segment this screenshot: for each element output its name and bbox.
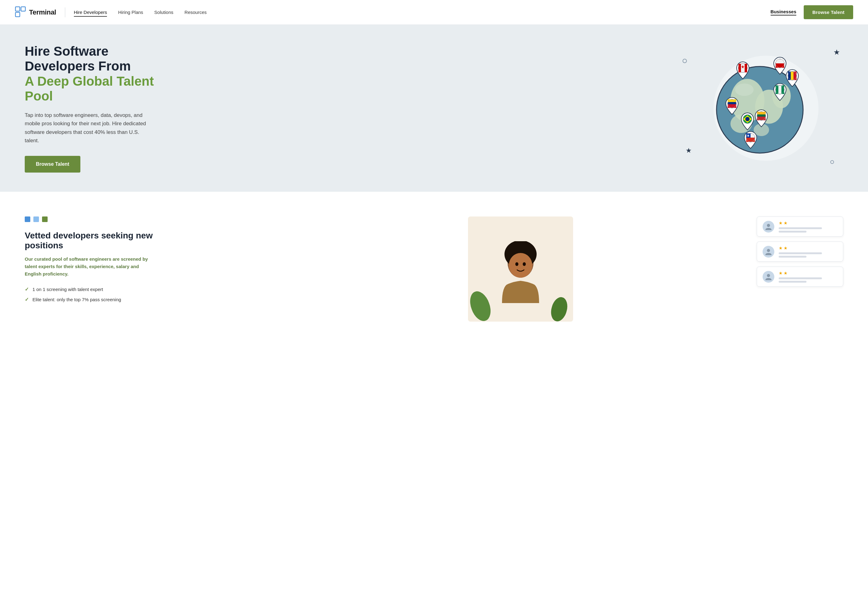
- star-4: ★: [784, 246, 788, 250]
- svg-rect-41: [757, 114, 766, 117]
- svg-point-57: [767, 274, 770, 277]
- vetted-developers-section: Vetted developers seeking new positions …: [0, 192, 868, 346]
- nav-divider: [65, 7, 65, 17]
- line-4: [779, 256, 806, 258]
- dot-3: [42, 216, 47, 222]
- profile-lines-3: [779, 277, 837, 283]
- star-5: ★: [779, 271, 783, 275]
- logo[interactable]: Terminal: [15, 6, 56, 19]
- svg-rect-46: [746, 138, 755, 142]
- profile-card-2: ★ ★: [757, 241, 843, 262]
- leaf-decoration-right: [548, 295, 570, 322]
- hero-section: Hire Software Developers From A Deep Glo…: [0, 25, 868, 192]
- hero-title-line1: Hire Software Developers From: [25, 44, 131, 73]
- svg-point-55: [767, 224, 770, 227]
- star-1: ★: [779, 221, 783, 225]
- nav-link-resources[interactable]: Resources: [185, 10, 207, 16]
- line-1: [779, 227, 822, 229]
- svg-point-54: [523, 262, 526, 266]
- line-5: [779, 277, 822, 279]
- hero-subtitle: Tap into top software engineers, data, d…: [25, 111, 155, 145]
- card-1-info: ★ ★: [779, 221, 837, 232]
- line-3: [779, 252, 822, 254]
- profile-lines-2: [779, 252, 837, 258]
- svg-rect-2: [15, 12, 20, 17]
- svg-rect-16: [776, 59, 784, 64]
- star-6: ★: [784, 271, 788, 275]
- avatar-3: [763, 271, 774, 283]
- stars-1: ★ ★: [779, 221, 837, 225]
- nav-link-hire-developers[interactable]: Hire Developers: [74, 10, 107, 17]
- profile-card-1: ★ ★: [757, 216, 843, 237]
- svg-rect-13: [745, 64, 747, 73]
- hero-title: Hire Software Developers From A Deep Glo…: [25, 44, 173, 104]
- navigation: Terminal Hire Developers Hiring Plans So…: [0, 0, 868, 25]
- feature-text-2: Elite talent: only the top 7% pass scree…: [32, 297, 121, 302]
- dot-2: [33, 216, 39, 222]
- dot-1: [25, 216, 30, 222]
- hero-title-accent: A Deep Global Talent Pool: [25, 74, 154, 103]
- svg-rect-42: [757, 117, 766, 120]
- svg-rect-17: [776, 64, 784, 68]
- logo-text: Terminal: [29, 8, 56, 16]
- feature-text-1: 1 on 1 screening with talent expert: [32, 287, 103, 292]
- nav-link-solutions[interactable]: Solutions: [154, 10, 173, 16]
- line-6: [779, 281, 806, 283]
- svg-rect-12: [738, 64, 741, 73]
- nav-link-hiring-plans[interactable]: Hiring Plans: [118, 10, 143, 16]
- star-3: ★: [779, 246, 783, 250]
- nav-item-hire-developers[interactable]: Hire Developers: [74, 10, 107, 15]
- hero-browse-talent-button[interactable]: Browse Talent: [25, 156, 80, 173]
- person-photo: [468, 216, 573, 322]
- star-2: ★: [784, 221, 788, 225]
- decorative-dots: [25, 216, 173, 222]
- hero-visual: ★ ★: [682, 43, 843, 173]
- section2-heading: Vetted developers seeking new positions: [25, 231, 173, 250]
- svg-rect-0: [15, 7, 20, 11]
- svg-point-52: [509, 253, 532, 278]
- star-decoration-2: ★: [686, 147, 692, 155]
- nav-item-solutions[interactable]: Solutions: [154, 10, 173, 15]
- nav-links: Hire Developers Hiring Plans Solutions R…: [74, 10, 771, 15]
- check-icon-2: ✓: [25, 297, 29, 302]
- stars-2: ★ ★: [779, 246, 837, 250]
- globe-svg: [707, 53, 812, 158]
- section2-feature-list: ✓ 1 on 1 screening with talent expert ✓ …: [25, 286, 173, 302]
- profile-lines-1: [779, 227, 837, 232]
- svg-rect-22: [794, 71, 797, 80]
- stars-3: ★ ★: [779, 271, 837, 275]
- check-icon-1: ✓: [25, 286, 29, 292]
- nav-right: Businesses Browse Talent: [771, 5, 853, 19]
- card-3-info: ★ ★: [779, 271, 837, 283]
- feature-item-2: ✓ Elite talent: only the top 7% pass scr…: [25, 297, 173, 302]
- svg-rect-31: [728, 102, 736, 104]
- svg-rect-32: [728, 104, 736, 108]
- nav-browse-talent-button[interactable]: Browse Talent: [804, 5, 853, 19]
- svg-rect-26: [778, 85, 781, 94]
- logo-icon: [15, 6, 26, 19]
- globe-illustration: [695, 46, 837, 170]
- profile-card-3: ★ ★: [757, 266, 843, 287]
- svg-point-53: [515, 262, 518, 266]
- businesses-link[interactable]: Businesses: [771, 9, 796, 15]
- svg-rect-1: [21, 7, 25, 11]
- section2-left-content: Vetted developers seeking new positions …: [25, 216, 173, 302]
- card-2-info: ★ ★: [779, 246, 837, 258]
- hero-content: Hire Software Developers From A Deep Glo…: [25, 44, 173, 173]
- line-2: [779, 231, 806, 232]
- svg-rect-21: [791, 71, 794, 80]
- person-silhouette: [490, 241, 552, 322]
- feature-item-1: ✓ 1 on 1 screening with talent expert: [25, 286, 173, 292]
- avatar-1: [763, 221, 774, 232]
- nav-item-resources[interactable]: Resources: [185, 10, 207, 15]
- section2-right-visual: ★ ★ ★: [198, 216, 843, 322]
- section2-subtext: Our curated pool of software engineers a…: [25, 255, 148, 278]
- profile-card-stack: ★ ★ ★: [757, 216, 843, 287]
- circle-decoration-1: [682, 59, 687, 63]
- avatar-2: [763, 246, 774, 258]
- svg-point-9: [735, 83, 754, 96]
- svg-point-37: [745, 117, 750, 121]
- nav-item-hiring-plans[interactable]: Hiring Plans: [118, 10, 143, 15]
- svg-point-56: [767, 249, 770, 252]
